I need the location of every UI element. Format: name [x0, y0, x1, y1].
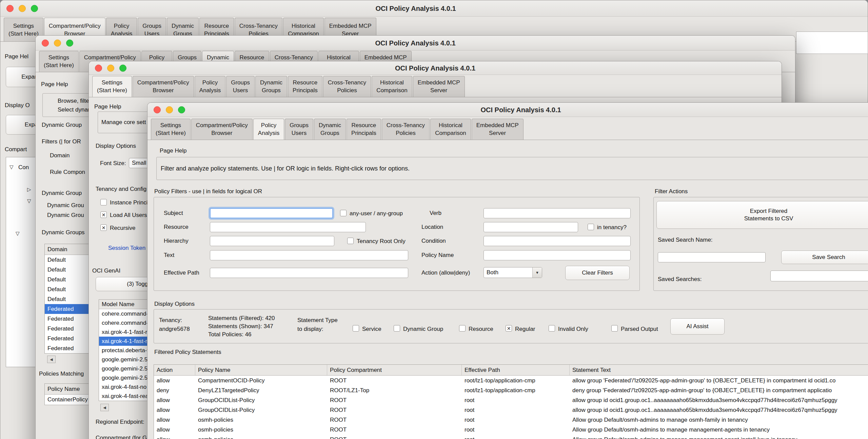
minimize-button[interactable] [166, 106, 173, 113]
tab-settings[interactable]: Settings(Start Here) [39, 51, 79, 72]
col-policy-name[interactable]: Policy Name [195, 365, 327, 375]
table-row[interactable]: allow GroupOCIDList-Policy ROOT root all… [154, 405, 868, 415]
titlebar[interactable]: OCI Policy Analysis 4.0.1 [147, 103, 868, 117]
filtered-statements-title: Filtered Policy Statements [154, 349, 221, 356]
col-effective-path[interactable]: Effective Path [462, 365, 570, 375]
tab-dynamic-groups[interactable]: DynamicGroups [255, 76, 287, 97]
tree-expand-icon[interactable]: ▽ [9, 164, 14, 170]
table-row[interactable]: allow osmh-policies ROOT root Allow grou… [154, 425, 868, 435]
policy-filters-box: Subject any-user / any-group Verb Resour… [154, 197, 640, 291]
tab-groups-users[interactable]: GroupsUsers [226, 76, 255, 97]
zoom-button[interactable] [178, 106, 185, 113]
tab-dynamic-groups[interactable]: DynamicGroups [314, 119, 346, 140]
tab-policy-analysis[interactable]: PolicyAnalysis [253, 119, 284, 140]
instance-principal-checkbox[interactable] [100, 199, 107, 205]
filters-label: Filters (| for OR [42, 138, 81, 145]
verb-input[interactable] [484, 208, 631, 218]
col-action[interactable]: Action [154, 365, 195, 375]
resource-checkbox[interactable] [459, 325, 466, 332]
policy-name-input[interactable] [484, 250, 631, 260]
page-help-box: Filter and analyze policy statements. Us… [156, 157, 868, 180]
close-button[interactable] [6, 5, 14, 12]
stat-total: Total Policies: 46 [208, 331, 252, 338]
parsed-output-checkbox[interactable] [611, 325, 618, 332]
recursive-label: Recursive [110, 225, 136, 232]
tab-historical-comparison[interactable]: HistoricalComparison [430, 119, 471, 140]
text-input[interactable] [210, 250, 408, 260]
in-tenancy-label: in tenancy? [597, 224, 627, 231]
close-button[interactable] [95, 64, 102, 72]
table-row[interactable]: allow osmh-policies ROOT root Allow grou… [154, 435, 868, 439]
any-user-checkbox[interactable] [340, 210, 347, 216]
hierarchy-label: Hierarchy [164, 238, 189, 244]
saved-search-name-input[interactable] [658, 252, 766, 262]
location-input[interactable] [484, 222, 578, 232]
policies-matching-label: Policies Matching [39, 371, 84, 377]
titlebar[interactable]: OCI Policy Analysis 4.0.1 [0, 0, 868, 17]
table-row[interactable]: deny DenyLZ1TargetedPolicy ROOT/LZ1-Top … [154, 385, 868, 395]
table-row[interactable]: allow CompartmentOCID-Policy ROOT root/l… [154, 376, 868, 385]
zoom-button[interactable] [66, 39, 73, 46]
service-checkbox[interactable] [353, 325, 359, 332]
in-tenancy-checkbox[interactable] [588, 224, 594, 230]
saved-searches-select[interactable]: ▼ [770, 271, 868, 281]
tab-resource-principals[interactable]: ResourcePrincipals [288, 76, 322, 97]
titlebar[interactable]: OCI Policy Analysis 4.0.1 [36, 36, 795, 51]
invalid-only-checkbox[interactable] [549, 325, 555, 332]
tab-policy-analysis[interactable]: PolicyAnalysis [195, 76, 225, 97]
tab-cross-tenancy-policies[interactable]: Cross-TenancyPolicies [382, 119, 430, 140]
tab-bar: Settings(Start Here) Compartment/PolicyB… [89, 75, 782, 97]
tab-compartment-policy-browser[interactable]: Compartment/PolicyBrowser [191, 119, 253, 140]
close-button[interactable] [154, 106, 161, 113]
zoom-button[interactable] [31, 5, 38, 12]
clear-filters-button[interactable]: Clear Filters [565, 266, 630, 280]
tree-collapse-icon[interactable]: ▷ [27, 186, 31, 193]
tab-cross-tenancy-policies[interactable]: Cross-TenancyPolicies [323, 76, 371, 97]
condition-input[interactable] [484, 236, 631, 246]
col-policy-compartment[interactable]: Policy Compartment [327, 365, 462, 375]
tree-item[interactable]: Con [18, 164, 29, 171]
titlebar[interactable]: OCI Policy Analysis 4.0.1 [89, 61, 782, 75]
tab-resource-principals[interactable]: ResourcePrincipals [347, 119, 381, 140]
tab-historical-comparison[interactable]: HistoricalComparison [372, 76, 412, 97]
tab-settings[interactable]: Settings(Start Here) [151, 119, 191, 140]
location-label: Location [421, 224, 443, 231]
load-all-users-checkbox[interactable]: ✕ [100, 212, 107, 218]
save-search-button[interactable]: Save Search [781, 251, 868, 264]
tab-settings[interactable]: Settings(Start Here) [92, 76, 132, 97]
table-row[interactable]: allow osmh-policies ROOT root Allow grou… [154, 415, 868, 425]
col-statement-text[interactable]: Statement Text [570, 365, 868, 375]
zoom-button[interactable] [119, 64, 126, 72]
invalid-only-label: Invalid Only [558, 326, 588, 333]
hierarchy-input[interactable] [210, 236, 334, 246]
action-select[interactable]: Both ▼ [484, 267, 542, 278]
close-button[interactable] [42, 39, 49, 46]
ai-assist-button[interactable]: AI Assist [670, 318, 725, 335]
effective-path-input[interactable] [210, 268, 408, 278]
minimize-button[interactable] [54, 39, 61, 46]
resource-input[interactable] [210, 222, 366, 232]
scroll-left-button[interactable]: ◀ [47, 356, 56, 363]
tenancy-root-checkbox[interactable] [347, 238, 354, 244]
minimize-button[interactable] [19, 5, 26, 12]
regular-checkbox[interactable]: ✕ [506, 325, 512, 332]
chevron-down-icon: ▼ [532, 267, 542, 278]
regional-endpoint-label: Regional Endpoint: [96, 419, 144, 425]
table-row[interactable]: allow GroupOCIDList-Policy ROOT root all… [154, 395, 868, 405]
window-title: OCI Policy Analysis 4.0.1 [375, 39, 455, 47]
tab-compartment-policy-browser[interactable]: Compartment/PolicyBrowser [133, 76, 194, 97]
scroll-left-button[interactable]: ◀ [100, 404, 109, 411]
tab-embedded-mcp-server[interactable]: Embedded MCPServer [472, 119, 524, 140]
dynamic-group-checkbox[interactable] [394, 325, 400, 332]
help-text-line: Browse, filter, [58, 98, 92, 104]
minimize-button[interactable] [107, 64, 114, 72]
scroll-left-icon: ◀ [50, 357, 53, 362]
tab-groups-users[interactable]: GroupsUsers [285, 119, 313, 140]
recursive-checkbox[interactable]: ✕ [100, 224, 107, 231]
subject-input[interactable] [210, 208, 333, 218]
tree-expand-icon[interactable]: ▽ [27, 198, 31, 204]
tab-embedded-mcp-server[interactable]: Embedded MCPServer [413, 76, 465, 97]
tree-expand-icon[interactable]: ▽ [16, 231, 20, 237]
export-csv-button[interactable]: Export Filtered Statements to CSV [656, 201, 868, 229]
subject-label: Subject [164, 210, 183, 217]
